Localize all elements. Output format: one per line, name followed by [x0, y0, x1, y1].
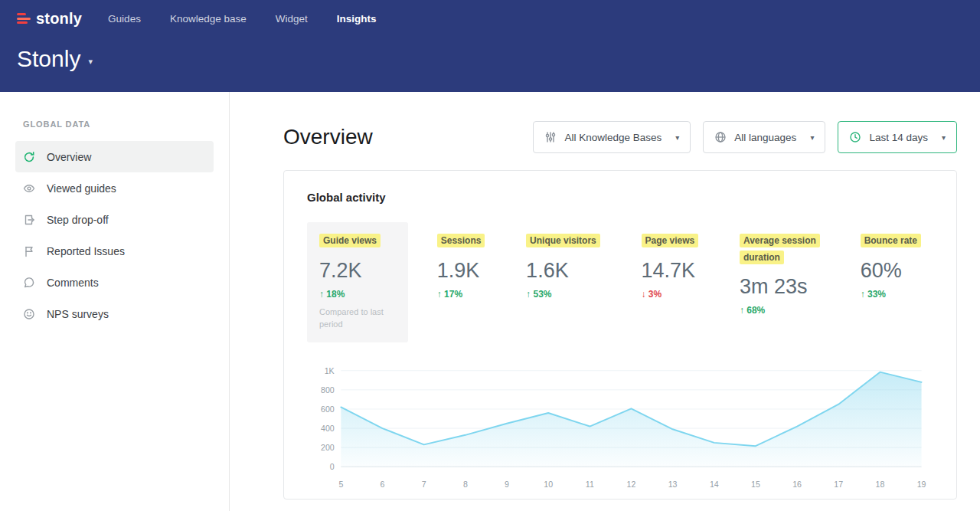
sidebar: GLOBAL DATA Overview Viewed guides — [0, 92, 230, 511]
svg-text:14: 14 — [710, 480, 719, 490]
metric-value: 1.6K — [526, 259, 600, 283]
sidebar-item-label: Comments — [47, 277, 99, 289]
svg-text:7: 7 — [422, 480, 426, 490]
sidebar-item-label: Viewed guides — [47, 182, 116, 195]
metric-change: ↑ 53% — [526, 289, 600, 300]
logo-text: stonly — [36, 10, 82, 28]
metric-label: Bounce rate — [861, 234, 921, 247]
metric-change: ↑ 33% — [861, 289, 921, 300]
metric-value: 7.2K — [319, 259, 396, 283]
flag-icon — [23, 245, 35, 257]
metric-guide-views[interactable]: Guide views 7.2K ↑ 18% Compared to last … — [307, 222, 408, 342]
sidebar-item-label: NPS surveys — [47, 308, 109, 320]
metric-label: Sessions — [437, 234, 485, 247]
metric-page-views[interactable]: Page views 14.7K ↓ 3% — [629, 222, 711, 312]
sidebar-item-nps-surveys[interactable]: NPS surveys — [15, 298, 214, 329]
metric-note: Compared to last period — [319, 306, 396, 331]
languages-filter[interactable]: All languages ▾ — [703, 121, 825, 153]
metric-label: Average session duration — [740, 234, 820, 264]
activity-chart-svg: 02004006008001K5678910111213141516171819 — [307, 361, 933, 497]
workspace-title: Stonly — [17, 46, 80, 72]
top-nav-row: stonly Guides Knowledge base Widget Insi… — [17, 0, 962, 37]
clock-icon — [849, 131, 861, 143]
sidebar-item-label: Reported Issues — [47, 245, 125, 257]
stonly-logo[interactable]: stonly — [17, 10, 82, 28]
chevron-down-icon: ▾ — [675, 133, 679, 142]
svg-text:800: 800 — [321, 385, 335, 395]
metric-unique-visitors[interactable]: Unique visitors 1.6K ↑ 53% — [514, 222, 612, 312]
metric-value: 14.7K — [642, 259, 699, 283]
metrics-row: Guide views 7.2K ↑ 18% Compared to last … — [307, 222, 933, 342]
nav-item-insights[interactable]: Insights — [337, 13, 377, 25]
metric-change: ↑ 18% — [319, 289, 396, 300]
svg-text:400: 400 — [321, 424, 335, 433]
svg-text:1K: 1K — [325, 366, 335, 375]
metric-bounce-rate[interactable]: Bounce rate 60% ↑ 33% — [848, 222, 933, 312]
nav-item-widget[interactable]: Widget — [276, 13, 308, 25]
metric-average-session-duration[interactable]: Average session duration 3m 23s ↑ 68% — [727, 222, 831, 328]
svg-text:5: 5 — [338, 480, 343, 490]
svg-text:19: 19 — [917, 480, 926, 490]
svg-text:12: 12 — [627, 480, 636, 490]
top-nav: Guides Knowledge base Widget Insights — [108, 13, 376, 25]
svg-text:16: 16 — [792, 480, 802, 490]
filters: All Knowledge Bases ▾ All languages ▾ — [533, 121, 957, 153]
metric-sessions[interactable]: Sessions 1.9K ↑ 17% — [425, 222, 498, 312]
global-activity-card: Global activity Guide views 7.2K ↑ 18% C… — [283, 170, 957, 500]
svg-text:0: 0 — [330, 463, 335, 472]
svg-text:11: 11 — [586, 480, 594, 490]
top-bar: stonly Guides Knowledge base Widget Insi… — [0, 0, 980, 92]
eye-icon — [23, 182, 35, 195]
svg-text:6: 6 — [381, 480, 385, 490]
trend-arrow-icon: ↑ — [319, 289, 324, 300]
svg-text:9: 9 — [505, 480, 509, 490]
sidebar-item-overview[interactable]: Overview — [15, 141, 214, 172]
speech-bubble-icon — [23, 277, 35, 289]
chevron-down-icon: ▾ — [942, 133, 946, 142]
filter-label: All Knowledge Bases — [564, 132, 662, 143]
smiley-icon — [23, 308, 35, 320]
metric-label: Guide views — [319, 234, 381, 247]
trend-arrow-icon: ↓ — [642, 289, 646, 300]
trend-arrow-icon: ↑ — [526, 289, 531, 300]
metric-change: ↑ 17% — [437, 289, 485, 300]
svg-text:15: 15 — [751, 480, 760, 490]
nav-item-knowledge-base[interactable]: Knowledge base — [170, 13, 247, 25]
sidebar-item-comments[interactable]: Comments — [15, 267, 214, 298]
sidebar-item-step-drop-off[interactable]: Step drop-off — [15, 204, 214, 235]
metric-label: Page views — [642, 234, 699, 247]
svg-text:600: 600 — [321, 405, 335, 414]
sidebar-item-viewed-guides[interactable]: Viewed guides — [15, 172, 214, 204]
trend-arrow-icon: ↑ — [740, 305, 744, 316]
svg-text:18: 18 — [876, 480, 885, 490]
sidebar-item-reported-issues[interactable]: Reported Issues — [15, 235, 214, 267]
chevron-down-icon: ▾ — [810, 133, 814, 142]
globe-icon — [714, 131, 727, 143]
stonly-logo-icon — [17, 12, 31, 25]
document-arrow-icon — [23, 214, 35, 226]
knowledge-bases-filter[interactable]: All Knowledge Bases ▾ — [533, 121, 691, 153]
sidebar-section-title: GLOBAL DATA — [23, 120, 229, 129]
sidebar-item-label: Overview — [47, 151, 91, 163]
trend-arrow-icon: ↑ — [861, 289, 865, 300]
metric-value: 3m 23s — [740, 275, 819, 299]
metric-value: 1.9K — [437, 259, 485, 283]
svg-text:17: 17 — [834, 480, 843, 490]
filter-label: Last 14 days — [869, 132, 928, 143]
nav-item-guides[interactable]: Guides — [108, 13, 141, 25]
card-title: Global activity — [307, 191, 933, 204]
svg-text:13: 13 — [668, 480, 678, 490]
date-range-filter[interactable]: Last 14 days ▾ — [838, 121, 957, 153]
metric-change: ↑ 68% — [740, 305, 819, 316]
svg-text:200: 200 — [321, 443, 335, 452]
chevron-down-icon: ▾ — [88, 57, 93, 67]
activity-chart: 02004006008001K5678910111213141516171819 — [307, 361, 933, 500]
metric-label: Unique visitors — [526, 234, 600, 247]
sliders-icon — [544, 131, 557, 143]
overview-refresh-icon — [23, 151, 35, 163]
svg-text:10: 10 — [544, 480, 553, 490]
svg-text:8: 8 — [463, 480, 468, 490]
trend-arrow-icon: ↑ — [437, 289, 442, 300]
workspace-switcher[interactable]: Stonly ▾ — [17, 46, 93, 72]
sidebar-item-label: Step drop-off — [47, 214, 109, 226]
